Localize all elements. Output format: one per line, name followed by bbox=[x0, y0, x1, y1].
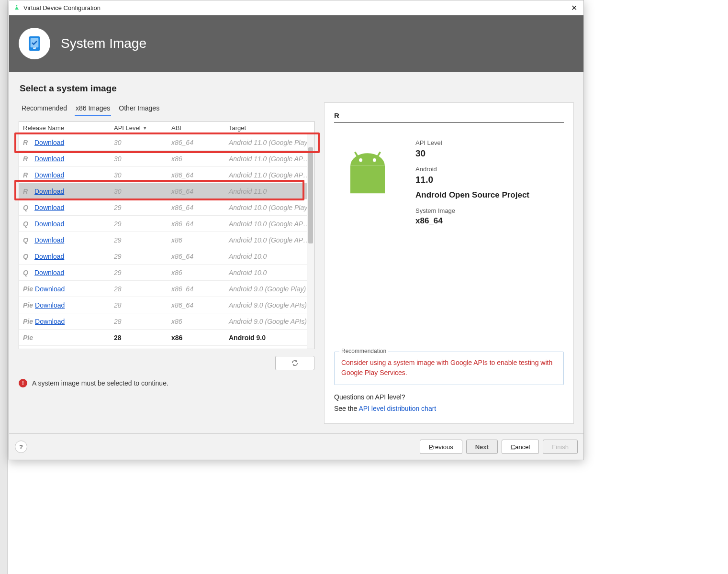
svg-point-0 bbox=[16, 5, 18, 7]
section-title: Select a system image bbox=[20, 83, 574, 94]
download-link[interactable]: Download bbox=[34, 139, 64, 146]
cell-target: Android 9.0 bbox=[225, 334, 314, 342]
system-image-icon: AI bbox=[19, 28, 50, 59]
wizard-header: AI System Image bbox=[9, 15, 583, 72]
table-row[interactable]: RDownload30x86_64Android 11.0 (Google AP… bbox=[19, 167, 314, 183]
col-api-level[interactable]: API Level ▼ bbox=[110, 124, 168, 132]
cancel-button[interactable]: Cancel bbox=[502, 440, 539, 454]
android-label: Android bbox=[415, 166, 529, 173]
release-code: Q bbox=[23, 204, 33, 211]
cell-target: Android 10.0 (Google APIs) bbox=[225, 220, 314, 228]
cell-api: 29 bbox=[110, 220, 168, 228]
cell-api: 30 bbox=[110, 188, 168, 195]
table-row[interactable]: QDownload29x86Android 10.0 bbox=[19, 265, 314, 281]
tab-recommended[interactable]: Recommended bbox=[21, 102, 68, 116]
cell-api: 30 bbox=[110, 171, 168, 179]
download-link[interactable]: Download bbox=[34, 155, 64, 163]
col-release-name[interactable]: Release Name bbox=[19, 124, 110, 132]
table-row[interactable]: QDownload29x86_64Android 10.0 bbox=[19, 248, 314, 265]
project-name: Android Open Source Project bbox=[415, 190, 529, 200]
scrollbar[interactable] bbox=[307, 134, 314, 349]
refresh-icon bbox=[291, 359, 299, 367]
svg-point-7 bbox=[359, 158, 362, 162]
download-link[interactable]: Download bbox=[34, 269, 64, 276]
recommendation-box: Recommendation Consider using a system i… bbox=[334, 352, 564, 385]
api-level-label: API Level bbox=[415, 139, 529, 146]
cell-abi: x86 bbox=[168, 155, 225, 163]
release-code: R bbox=[23, 171, 33, 179]
next-button[interactable]: Next bbox=[466, 440, 498, 454]
download-link[interactable]: Download bbox=[34, 236, 64, 244]
table-row[interactable]: PieDownload28x86_64Android 9.0 (Google P… bbox=[19, 281, 314, 297]
help-button[interactable]: ? bbox=[15, 441, 27, 453]
cell-target: Android 11.0 (Google APIs) bbox=[225, 155, 314, 163]
table-row[interactable]: PieDownload28x86Android 9.0 (Google APIs… bbox=[19, 313, 314, 330]
table-row[interactable]: QDownload29x86_64Android 10.0 (Google Pl… bbox=[19, 199, 314, 216]
table-row[interactable]: PieDownload28x86_64Android 9.0 bbox=[19, 346, 314, 349]
cell-abi: x86 bbox=[168, 236, 225, 244]
cell-target: Android 10.0 (Google Play) bbox=[225, 204, 314, 211]
release-code: Q bbox=[23, 220, 33, 228]
system-image-table: Release Name API Level ▼ ABI Target RDow… bbox=[19, 121, 314, 349]
col-abi[interactable]: ABI bbox=[168, 124, 225, 132]
tab-x86-images[interactable]: x86 Images bbox=[75, 102, 111, 116]
cell-abi: x86_64 bbox=[168, 139, 225, 146]
table-row[interactable]: Pie28x86Android 9.0 bbox=[19, 330, 314, 346]
sort-desc-icon: ▼ bbox=[143, 125, 147, 131]
close-icon[interactable]: ✕ bbox=[568, 2, 580, 13]
system-image-label: System Image bbox=[415, 207, 529, 214]
release-code: Q bbox=[23, 236, 33, 244]
release-code: R bbox=[23, 139, 33, 146]
cell-abi: x86_64 bbox=[168, 220, 225, 228]
cell-abi: x86 bbox=[168, 318, 225, 325]
api-distribution-link[interactable]: API level distribution chart bbox=[358, 405, 436, 412]
cell-target: Android 9.0 (Google APIs) bbox=[225, 318, 314, 325]
cell-abi: x86_64 bbox=[168, 171, 225, 179]
cell-api: 28 bbox=[110, 301, 168, 309]
release-code: Q bbox=[23, 253, 33, 260]
download-link[interactable]: Download bbox=[35, 285, 65, 293]
release-code: R bbox=[23, 155, 33, 163]
cell-abi: x86_64 bbox=[168, 204, 225, 211]
recommendation-text: Consider using a system image with Googl… bbox=[341, 358, 557, 378]
error-icon: ! bbox=[19, 379, 27, 387]
download-link[interactable]: Download bbox=[34, 253, 64, 260]
refresh-button[interactable] bbox=[275, 356, 314, 370]
api-chart-line: See the API level distribution chart bbox=[334, 403, 564, 415]
previous-button[interactable]: Previous bbox=[420, 440, 462, 454]
table-row[interactable]: QDownload29x86Android 10.0 (Google APIs) bbox=[19, 232, 314, 248]
table-row[interactable]: RDownload30x86_64Android 11.0 bbox=[19, 183, 314, 199]
table-row[interactable]: PieDownload28x86_64Android 9.0 (Google A… bbox=[19, 297, 314, 313]
svg-rect-4 bbox=[350, 166, 385, 194]
cell-target: Android 9.0 (Google APIs) bbox=[225, 301, 314, 309]
cell-api: 29 bbox=[110, 236, 168, 244]
cell-target: Android 9.0 (Google Play) bbox=[225, 285, 314, 293]
cell-api: 30 bbox=[110, 155, 168, 163]
detail-title: R bbox=[334, 111, 564, 123]
release-code: Q bbox=[23, 269, 33, 276]
android-robot-icon bbox=[334, 139, 401, 206]
download-link[interactable]: Download bbox=[35, 301, 65, 309]
cell-target: Android 11.0 bbox=[225, 188, 314, 195]
svg-point-8 bbox=[373, 158, 376, 162]
download-link[interactable]: Download bbox=[35, 318, 65, 325]
cell-api: 29 bbox=[110, 253, 168, 260]
cell-api: 28 bbox=[110, 285, 168, 293]
release-code: Pie bbox=[23, 318, 33, 325]
download-link[interactable]: Download bbox=[34, 188, 64, 195]
detail-panel: R API Level 30 bbox=[324, 102, 574, 424]
download-link[interactable]: Download bbox=[34, 220, 64, 228]
download-link[interactable]: Download bbox=[34, 171, 64, 179]
download-link[interactable]: Download bbox=[34, 204, 64, 211]
table-row[interactable]: RDownload30x86Android 11.0 (Google APIs) bbox=[19, 151, 314, 167]
window-title: Virtual Device Configuration bbox=[23, 4, 568, 11]
release-code: Pie bbox=[23, 301, 33, 309]
table-row[interactable]: RDownload30x86_64Android 11.0 (Google Pl… bbox=[19, 134, 314, 151]
tab-other-images[interactable]: Other Images bbox=[118, 102, 160, 116]
android-version: 11.0 bbox=[415, 175, 529, 185]
table-row[interactable]: QDownload29x86_64Android 10.0 (Google AP… bbox=[19, 216, 314, 232]
col-target[interactable]: Target bbox=[225, 124, 314, 132]
cell-abi: x86_64 bbox=[168, 188, 225, 195]
cell-abi: x86 bbox=[168, 334, 225, 342]
release-code: Pie bbox=[23, 334, 33, 342]
